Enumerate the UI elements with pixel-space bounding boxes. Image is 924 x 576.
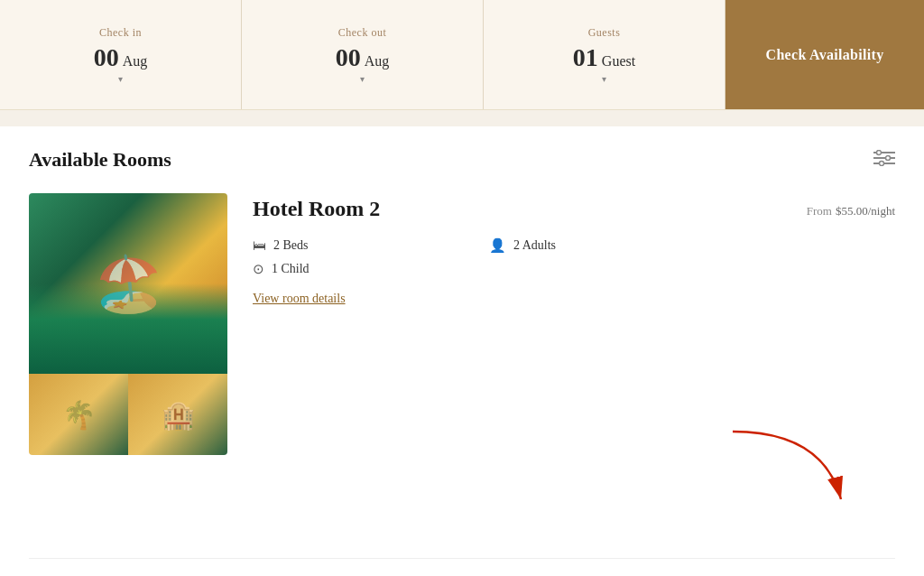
check-availability-header-button[interactable]: Check Availability	[725, 0, 924, 109]
price-amount: $55.00	[836, 204, 868, 218]
rooms-title: Available Rooms	[29, 148, 171, 172]
room-card: Hotel Room 2 🛏 2 Beds 👤 2 Adults ⊙ 1 Chi…	[29, 193, 895, 477]
room-bottom-section: Other benefits 🍷 Dinner 🍽 Lunch Check Av…	[29, 558, 895, 576]
search-bar: Check in 00 Aug ▾ Check out 00 Aug ▾ Gue…	[0, 0, 924, 110]
check-in-month: Aug	[123, 53, 148, 70]
price-value: $55.00/night	[836, 197, 895, 220]
room-name: Hotel Room 2	[253, 197, 707, 221]
annotation-area	[29, 477, 895, 549]
room-thumbnail-row	[29, 374, 227, 455]
rooms-header: Available Rooms	[29, 148, 895, 172]
main-content: Available Rooms Hotel Room 2	[0, 126, 924, 576]
room-features: 🛏 2 Beds 👤 2 Adults ⊙ 1 Child	[253, 237, 707, 277]
room-thumb-1	[29, 374, 128, 455]
adults-feature: 👤 2 Adults	[489, 237, 707, 254]
price-suffix: /night	[868, 204, 895, 218]
room-main-image	[29, 193, 227, 374]
svg-point-4	[886, 155, 891, 160]
view-room-details-link[interactable]: View room details	[253, 292, 346, 306]
children-label: 1 Child	[272, 262, 310, 276]
room-thumb-2	[128, 374, 227, 455]
svg-point-3	[877, 150, 882, 154]
bed-icon: 🛏	[253, 238, 266, 254]
check-in-field[interactable]: Check in 00 Aug ▾	[0, 0, 242, 109]
svg-point-5	[880, 161, 884, 165]
guests-field[interactable]: Guests 01 Guest ▾	[484, 0, 725, 109]
beds-feature: 🛏 2 Beds	[253, 237, 471, 254]
room-price-section: From $55.00/night	[733, 193, 895, 220]
beds-label: 2 Beds	[273, 238, 309, 253]
guests-unit: Guest	[602, 53, 635, 70]
check-out-day: 00	[336, 45, 361, 70]
check-out-chevron-icon: ▾	[360, 74, 365, 84]
price-prefix: From	[807, 204, 832, 218]
check-in-chevron-icon: ▾	[118, 74, 123, 84]
check-out-field[interactable]: Check out 00 Aug ▾	[242, 0, 484, 109]
guests-label: Guests	[588, 26, 621, 40]
filter-icon[interactable]	[873, 150, 895, 171]
guests-count: 01	[573, 45, 598, 70]
check-out-label: Check out	[338, 26, 387, 40]
check-in-label: Check in	[99, 26, 142, 40]
guests-chevron-icon: ▾	[602, 74, 606, 84]
room-info: Hotel Room 2 🛏 2 Beds 👤 2 Adults ⊙ 1 Chi…	[253, 193, 707, 306]
check-out-month: Aug	[365, 53, 390, 70]
children-feature: ⊙ 1 Child	[253, 261, 471, 277]
adults-icon: 👤	[489, 237, 506, 254]
children-icon: ⊙	[253, 261, 264, 277]
adults-label: 2 Adults	[513, 238, 556, 253]
room-images	[29, 193, 227, 455]
check-in-day: 00	[94, 45, 119, 70]
